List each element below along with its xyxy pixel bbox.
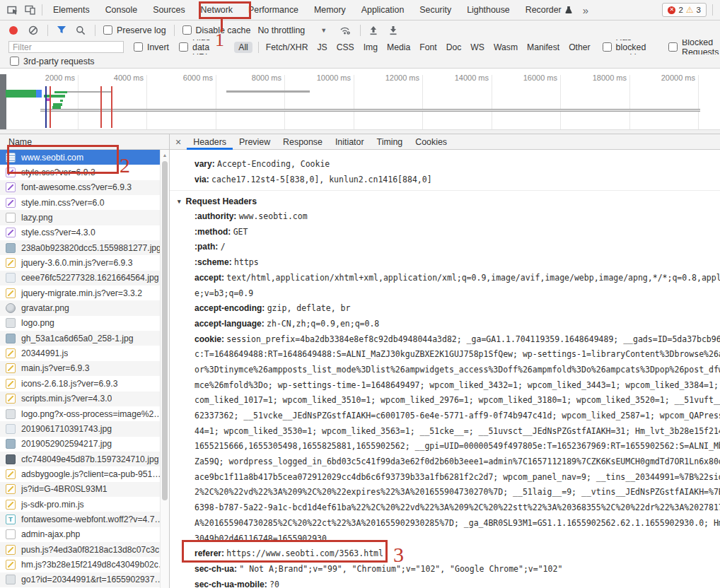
details-tab-timing[interactable]: Timing [371, 134, 410, 150]
filter-pill-fetch-xhr[interactable]: Fetch/XHR [266, 42, 308, 52]
details-tab-initiator[interactable]: Initiator [329, 134, 371, 150]
tab-label: Lighthouse [467, 5, 510, 15]
request-row[interactable]: style.css?ver=4.3.0 [0, 225, 160, 240]
request-row[interactable]: js-sdk-pro.min.js [0, 497, 160, 512]
request-name: logo.png [21, 318, 54, 328]
import-har-icon[interactable] [369, 25, 378, 35]
filter-pill-ws[interactable]: WS [470, 42, 484, 52]
request-row[interactable]: jquery-migrate.min.js?ver=3.3.2 [0, 286, 160, 300]
scrollbar-thumb[interactable] [162, 161, 168, 500]
request-row[interactable]: logo.png?x-oss-process=image%2… [0, 406, 160, 421]
third-party-checkbox[interactable] [10, 57, 19, 66]
stylesheet-icon [6, 228, 16, 237]
waterfall-bar [36, 90, 42, 98]
hide-data-urls-checkbox[interactable] [179, 42, 188, 52]
filter-input[interactable] [8, 41, 124, 53]
waterfall-bar [67, 91, 111, 93]
request-row[interactable]: 2019061710391743.jpg [0, 421, 160, 436]
file-icon [6, 213, 16, 223]
request-row[interactable]: gravatar.png [0, 300, 160, 315]
filter-pill-wasm[interactable]: Wasm [494, 42, 518, 52]
request-row[interactable]: style.min.css?ver=6.0 [0, 195, 160, 210]
warning-icon: ⚠ [686, 6, 694, 14]
tab-application[interactable]: Application [354, 0, 412, 20]
request-row[interactable]: 20344991.js [0, 346, 160, 360]
request-headers-section[interactable]: ▾Request Headers [178, 194, 720, 209]
issues-badge[interactable]: ✕ 2 ⚠ 3 [662, 3, 707, 17]
request-row[interactable]: main.js?ver=6.9.3 [0, 361, 160, 376]
details-tab-preview[interactable]: Preview [233, 134, 277, 150]
tab-console[interactable]: Console [98, 0, 145, 20]
more-tabs-icon[interactable]: » [583, 4, 588, 16]
time-tick-label: 2000 ms [13, 74, 75, 82]
headers-content: vary: Accept-Encoding, Cookievia: cache1… [170, 150, 720, 588]
request-row[interactable]: js?id=G-4BR0SL93M1 [0, 482, 160, 497]
request-row[interactable]: lazy.png [0, 210, 160, 225]
filter-pill-img[interactable]: Img [364, 42, 378, 52]
scrollbar[interactable]: ▲ [160, 150, 169, 588]
scroll-up-icon[interactable]: ▲ [161, 150, 169, 158]
request-row[interactable]: logo.png [0, 316, 160, 331]
network-filter-bar: Invert Hide data URLs AllFetch/XHRJSCSSI… [0, 40, 720, 54]
tab-sources[interactable]: Sources [145, 0, 192, 20]
request-name: fontawesome-webfont.woff2?v=4.7… [21, 514, 160, 524]
header-name: :scheme: [194, 257, 234, 267]
network-conditions-icon[interactable] [339, 25, 351, 35]
filter-pill-manifest[interactable]: Manifest [527, 42, 559, 52]
request-row[interactable]: adsbygoogle.js?client=ca-pub-951… [0, 466, 160, 481]
request-row[interactable]: gh_53a1ca6d65a0_258-1.jpg [0, 331, 160, 346]
request-row[interactable]: ceee76fc52277328.1621664564.jpg [0, 271, 160, 286]
header-name: vary: [194, 159, 217, 169]
filter-pill-js[interactable]: JS [317, 42, 327, 52]
tab-label: Sources [153, 5, 185, 15]
inspect-element-icon[interactable] [7, 5, 18, 16]
request-row[interactable]: go1?id=20344991&rt=1655902937… [0, 572, 160, 587]
tab-memory[interactable]: Memory [306, 0, 354, 20]
throttling-select[interactable]: No throttling ▼ [257, 25, 327, 35]
script-icon [6, 348, 16, 358]
filter-pill-font[interactable]: Font [419, 42, 436, 52]
filter-pill-doc[interactable]: Doc [446, 42, 462, 52]
divider [170, 190, 720, 191]
header-name: accept: [194, 273, 226, 283]
request-name: js-sdk-pro.min.js [21, 500, 84, 510]
details-tab-cookies[interactable]: Cookies [409, 134, 453, 150]
tab-security[interactable]: Security [412, 0, 459, 20]
request-row[interactable]: jquery-3.6.0.min.js?ver=6.9.3 [0, 255, 160, 270]
request-row[interactable]: 2019052902594217.jpg [0, 437, 160, 452]
request-row[interactable]: 238a0b923820dcc5.1559881277.jpg [0, 240, 160, 255]
request-row[interactable]: fontawesome-webfont.woff2?v=4.7… [0, 512, 160, 527]
request-row[interactable]: admin-ajax.php [0, 527, 160, 542]
request-row[interactable]: icons-2.6.18.js?ver=6.9.3 [0, 376, 160, 391]
export-har-icon[interactable] [389, 25, 397, 35]
search-icon[interactable] [76, 25, 86, 35]
details-tab-response[interactable]: Response [277, 134, 329, 150]
header-name: sec-ch-ua-mobile: [194, 580, 269, 588]
blocked-requests-checkbox[interactable] [668, 42, 678, 52]
filter-pill-all[interactable]: All [234, 42, 252, 53]
filter-pill-css[interactable]: CSS [337, 42, 354, 52]
network-overview[interactable]: 2000 ms4000 ms6000 ms8000 ms10000 ms1200… [0, 69, 720, 129]
invert-checkbox[interactable] [134, 42, 143, 52]
close-icon[interactable]: × [175, 137, 181, 147]
header-line: sec-ch-ua: " Not A;Brand";v="99", "Chrom… [194, 562, 720, 577]
disable-cache-checkbox[interactable] [182, 25, 192, 35]
clear-icon[interactable] [28, 25, 38, 35]
filter-pill-media[interactable]: Media [387, 42, 410, 52]
request-row[interactable]: hm.js?3b28e15f2149d8c43049b02c… [0, 557, 160, 572]
has-blocked-cookies-checkbox[interactable] [603, 42, 612, 52]
record-button[interactable] [9, 26, 18, 35]
filter-pill-other[interactable]: Other [569, 42, 590, 52]
tab-recorder[interactable]: Recorder [518, 0, 580, 20]
request-row[interactable]: cfc748049e45d87b.1597324710.jpg [0, 452, 160, 466]
device-toolbar-icon[interactable] [25, 5, 35, 15]
filter-icon[interactable] [57, 25, 66, 35]
details-tab-headers[interactable]: Headers [187, 134, 233, 150]
tab-lighthouse[interactable]: Lighthouse [459, 0, 518, 20]
request-row[interactable]: push.js?4ed3a0f8218ac13d8c07c3c… [0, 542, 160, 557]
tab-elements[interactable]: Elements [45, 0, 98, 20]
request-row[interactable]: scripts.min.js?ver=4.3.0 [0, 392, 160, 406]
request-name: style.css?ver=4.3.0 [21, 228, 95, 237]
request-row[interactable]: font-awesome.css?ver=6.9.3 [0, 180, 160, 195]
preserve-log-checkbox[interactable] [103, 25, 112, 35]
